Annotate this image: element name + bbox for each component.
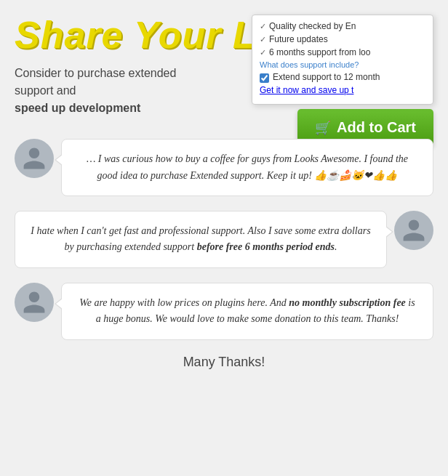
popup-save-row[interactable]: Get it now and save up t <box>260 85 425 95</box>
popup-item-quality: ✓ Quality checked by En <box>260 21 425 31</box>
testimonial-text-2: I hate when I can't get fast and profess… <box>31 225 370 252</box>
popup-updates-text: Future updates <box>269 34 328 44</box>
subtitle-text: Consider to purchase extended support an… <box>15 67 176 97</box>
testimonials-section: … I was curious how to buy a coffee for … <box>15 139 433 339</box>
avatar-2 <box>394 211 433 250</box>
header-section: ✓ Quality checked by En ✓ Future updates… <box>15 15 433 117</box>
testimonial-text-1: … I was curious how to buy a coffee for … <box>87 153 408 180</box>
page-subtitle: Consider to purchase extended support an… <box>15 65 218 117</box>
popup-item-updates: ✓ Future updates <box>260 34 425 44</box>
popup-checkbox-row[interactable]: Extend support to 12 month <box>260 72 425 83</box>
avatar-3 <box>15 283 54 322</box>
many-thanks-text: Many Thanks! <box>15 355 433 370</box>
extend-support-label: Extend support to 12 month <box>273 72 380 82</box>
testimonial-bubble-3: We are happy with low prices on plugins … <box>61 283 433 340</box>
testimonial-row-1: … I was curious how to buy a coffee for … <box>15 139 433 196</box>
page-wrapper: ✓ Quality checked by En ✓ Future updates… <box>0 0 448 392</box>
testimonial-row-3: We are happy with low prices on plugins … <box>15 283 433 340</box>
popup-support-text: 6 months support from loo <box>269 47 370 57</box>
check-icon-3: ✓ <box>260 48 266 57</box>
extend-support-checkbox[interactable] <box>260 73 269 83</box>
save-link[interactable]: Get it now and save up t <box>260 85 353 95</box>
check-icon-2: ✓ <box>260 35 266 44</box>
popup-item-link[interactable]: What does support include? <box>260 60 425 69</box>
check-icon: ✓ <box>260 22 266 31</box>
add-to-cart-label: Add to Cart <box>337 119 416 136</box>
testimonial-bubble-1: … I was curious how to buy a coffee for … <box>61 139 433 196</box>
support-include-link[interactable]: What does support include? <box>260 60 359 69</box>
avatar-1 <box>15 139 54 178</box>
testimonial-row-2: I hate when I can't get fast and profess… <box>15 211 433 268</box>
support-dropdown-popup: ✓ Quality checked by En ✓ Future updates… <box>252 15 433 105</box>
popup-quality-text: Quality checked by En <box>269 21 356 31</box>
subtitle-bold-text: speed up development <box>15 102 140 114</box>
cart-icon: 🛒 <box>315 120 331 136</box>
testimonial-bubble-2: I hate when I can't get fast and profess… <box>15 211 387 268</box>
testimonial-text-3: We are happy with low prices on plugins … <box>79 297 415 324</box>
popup-item-support: ✓ 6 months support from loo <box>260 47 425 57</box>
